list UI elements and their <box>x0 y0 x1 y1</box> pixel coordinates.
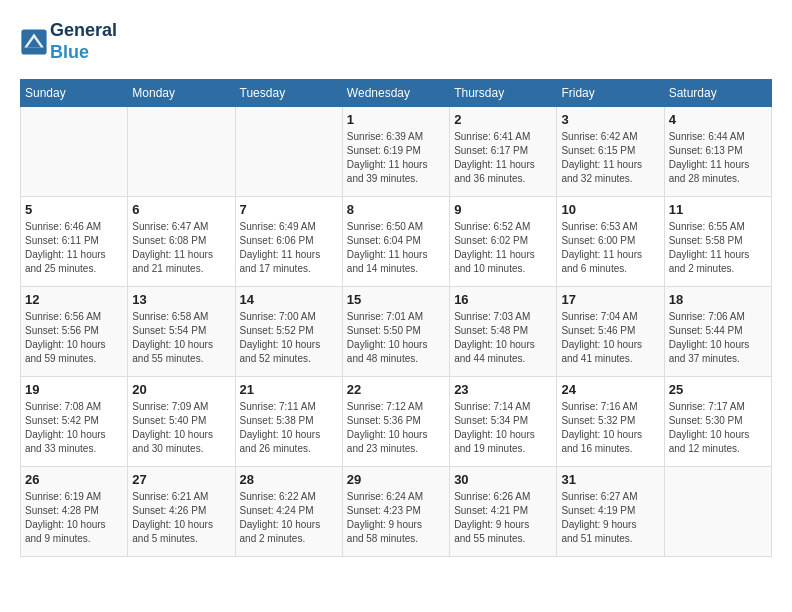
day-cell <box>21 107 128 197</box>
day-info: Sunrise: 6:52 AM Sunset: 6:02 PM Dayligh… <box>454 220 552 276</box>
day-info: Sunrise: 6:53 AM Sunset: 6:00 PM Dayligh… <box>561 220 659 276</box>
day-info: Sunrise: 7:04 AM Sunset: 5:46 PM Dayligh… <box>561 310 659 366</box>
day-cell: 10Sunrise: 6:53 AM Sunset: 6:00 PM Dayli… <box>557 197 664 287</box>
day-number: 1 <box>347 112 445 127</box>
week-row-4: 19Sunrise: 7:08 AM Sunset: 5:42 PM Dayli… <box>21 377 772 467</box>
day-number: 15 <box>347 292 445 307</box>
day-cell: 5Sunrise: 6:46 AM Sunset: 6:11 PM Daylig… <box>21 197 128 287</box>
day-number: 9 <box>454 202 552 217</box>
day-number: 21 <box>240 382 338 397</box>
logo: General Blue <box>20 20 117 63</box>
weekday-header-thursday: Thursday <box>450 80 557 107</box>
day-info: Sunrise: 6:44 AM Sunset: 6:13 PM Dayligh… <box>669 130 767 186</box>
day-number: 19 <box>25 382 123 397</box>
day-cell <box>235 107 342 197</box>
day-number: 6 <box>132 202 230 217</box>
day-number: 24 <box>561 382 659 397</box>
day-cell: 7Sunrise: 6:49 AM Sunset: 6:06 PM Daylig… <box>235 197 342 287</box>
page-header: General Blue <box>20 20 772 63</box>
day-info: Sunrise: 6:49 AM Sunset: 6:06 PM Dayligh… <box>240 220 338 276</box>
calendar-table: SundayMondayTuesdayWednesdayThursdayFrid… <box>20 79 772 557</box>
day-cell: 22Sunrise: 7:12 AM Sunset: 5:36 PM Dayli… <box>342 377 449 467</box>
weekday-header-row: SundayMondayTuesdayWednesdayThursdayFrid… <box>21 80 772 107</box>
day-number: 2 <box>454 112 552 127</box>
logo-text: General Blue <box>50 20 117 63</box>
day-info: Sunrise: 7:06 AM Sunset: 5:44 PM Dayligh… <box>669 310 767 366</box>
day-info: Sunrise: 6:21 AM Sunset: 4:26 PM Dayligh… <box>132 490 230 546</box>
day-info: Sunrise: 7:01 AM Sunset: 5:50 PM Dayligh… <box>347 310 445 366</box>
day-number: 22 <box>347 382 445 397</box>
day-number: 5 <box>25 202 123 217</box>
day-number: 17 <box>561 292 659 307</box>
day-info: Sunrise: 7:12 AM Sunset: 5:36 PM Dayligh… <box>347 400 445 456</box>
day-number: 4 <box>669 112 767 127</box>
day-info: Sunrise: 6:39 AM Sunset: 6:19 PM Dayligh… <box>347 130 445 186</box>
week-row-2: 5Sunrise: 6:46 AM Sunset: 6:11 PM Daylig… <box>21 197 772 287</box>
day-cell: 29Sunrise: 6:24 AM Sunset: 4:23 PM Dayli… <box>342 467 449 557</box>
day-number: 29 <box>347 472 445 487</box>
day-cell: 28Sunrise: 6:22 AM Sunset: 4:24 PM Dayli… <box>235 467 342 557</box>
day-info: Sunrise: 7:00 AM Sunset: 5:52 PM Dayligh… <box>240 310 338 366</box>
day-cell: 19Sunrise: 7:08 AM Sunset: 5:42 PM Dayli… <box>21 377 128 467</box>
day-info: Sunrise: 7:16 AM Sunset: 5:32 PM Dayligh… <box>561 400 659 456</box>
day-info: Sunrise: 7:11 AM Sunset: 5:38 PM Dayligh… <box>240 400 338 456</box>
day-cell: 21Sunrise: 7:11 AM Sunset: 5:38 PM Dayli… <box>235 377 342 467</box>
day-number: 26 <box>25 472 123 487</box>
day-cell: 30Sunrise: 6:26 AM Sunset: 4:21 PM Dayli… <box>450 467 557 557</box>
day-cell <box>664 467 771 557</box>
day-cell: 26Sunrise: 6:19 AM Sunset: 4:28 PM Dayli… <box>21 467 128 557</box>
day-number: 28 <box>240 472 338 487</box>
day-cell: 1Sunrise: 6:39 AM Sunset: 6:19 PM Daylig… <box>342 107 449 197</box>
day-cell: 13Sunrise: 6:58 AM Sunset: 5:54 PM Dayli… <box>128 287 235 377</box>
weekday-header-tuesday: Tuesday <box>235 80 342 107</box>
day-info: Sunrise: 6:46 AM Sunset: 6:11 PM Dayligh… <box>25 220 123 276</box>
weekday-header-saturday: Saturday <box>664 80 771 107</box>
week-row-1: 1Sunrise: 6:39 AM Sunset: 6:19 PM Daylig… <box>21 107 772 197</box>
day-info: Sunrise: 7:08 AM Sunset: 5:42 PM Dayligh… <box>25 400 123 456</box>
day-cell: 8Sunrise: 6:50 AM Sunset: 6:04 PM Daylig… <box>342 197 449 287</box>
day-info: Sunrise: 7:17 AM Sunset: 5:30 PM Dayligh… <box>669 400 767 456</box>
weekday-header-monday: Monday <box>128 80 235 107</box>
day-cell: 17Sunrise: 7:04 AM Sunset: 5:46 PM Dayli… <box>557 287 664 377</box>
day-info: Sunrise: 6:27 AM Sunset: 4:19 PM Dayligh… <box>561 490 659 546</box>
day-number: 10 <box>561 202 659 217</box>
day-info: Sunrise: 7:09 AM Sunset: 5:40 PM Dayligh… <box>132 400 230 456</box>
day-info: Sunrise: 6:41 AM Sunset: 6:17 PM Dayligh… <box>454 130 552 186</box>
weekday-header-friday: Friday <box>557 80 664 107</box>
day-number: 31 <box>561 472 659 487</box>
day-cell: 14Sunrise: 7:00 AM Sunset: 5:52 PM Dayli… <box>235 287 342 377</box>
day-number: 23 <box>454 382 552 397</box>
day-cell: 20Sunrise: 7:09 AM Sunset: 5:40 PM Dayli… <box>128 377 235 467</box>
day-info: Sunrise: 6:22 AM Sunset: 4:24 PM Dayligh… <box>240 490 338 546</box>
day-number: 30 <box>454 472 552 487</box>
day-cell: 18Sunrise: 7:06 AM Sunset: 5:44 PM Dayli… <box>664 287 771 377</box>
day-number: 3 <box>561 112 659 127</box>
day-number: 16 <box>454 292 552 307</box>
day-number: 25 <box>669 382 767 397</box>
day-cell: 27Sunrise: 6:21 AM Sunset: 4:26 PM Dayli… <box>128 467 235 557</box>
day-info: Sunrise: 6:42 AM Sunset: 6:15 PM Dayligh… <box>561 130 659 186</box>
day-cell: 15Sunrise: 7:01 AM Sunset: 5:50 PM Dayli… <box>342 287 449 377</box>
day-cell: 2Sunrise: 6:41 AM Sunset: 6:17 PM Daylig… <box>450 107 557 197</box>
day-info: Sunrise: 6:50 AM Sunset: 6:04 PM Dayligh… <box>347 220 445 276</box>
day-number: 11 <box>669 202 767 217</box>
day-info: Sunrise: 6:19 AM Sunset: 4:28 PM Dayligh… <box>25 490 123 546</box>
day-cell: 3Sunrise: 6:42 AM Sunset: 6:15 PM Daylig… <box>557 107 664 197</box>
day-cell: 31Sunrise: 6:27 AM Sunset: 4:19 PM Dayli… <box>557 467 664 557</box>
day-info: Sunrise: 6:56 AM Sunset: 5:56 PM Dayligh… <box>25 310 123 366</box>
day-number: 20 <box>132 382 230 397</box>
logo-icon <box>20 28 48 56</box>
day-info: Sunrise: 6:47 AM Sunset: 6:08 PM Dayligh… <box>132 220 230 276</box>
day-cell: 12Sunrise: 6:56 AM Sunset: 5:56 PM Dayli… <box>21 287 128 377</box>
week-row-3: 12Sunrise: 6:56 AM Sunset: 5:56 PM Dayli… <box>21 287 772 377</box>
day-number: 13 <box>132 292 230 307</box>
day-number: 27 <box>132 472 230 487</box>
day-info: Sunrise: 6:55 AM Sunset: 5:58 PM Dayligh… <box>669 220 767 276</box>
week-row-5: 26Sunrise: 6:19 AM Sunset: 4:28 PM Dayli… <box>21 467 772 557</box>
day-number: 18 <box>669 292 767 307</box>
day-number: 14 <box>240 292 338 307</box>
weekday-header-sunday: Sunday <box>21 80 128 107</box>
day-number: 12 <box>25 292 123 307</box>
day-info: Sunrise: 6:24 AM Sunset: 4:23 PM Dayligh… <box>347 490 445 546</box>
day-info: Sunrise: 7:03 AM Sunset: 5:48 PM Dayligh… <box>454 310 552 366</box>
